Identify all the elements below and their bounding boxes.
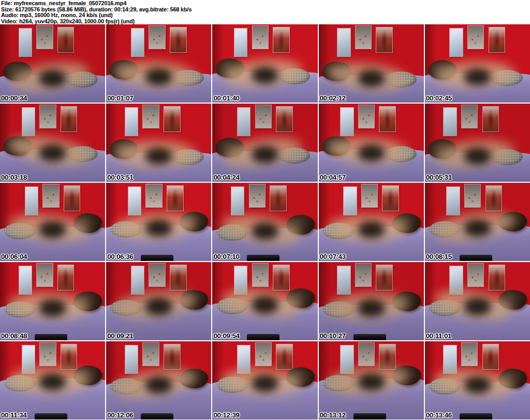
wall-picture-left [131, 266, 144, 294]
wall-picture-middle [356, 26, 371, 49]
wall-picture-right [164, 344, 180, 369]
wall-picture-right [379, 344, 395, 369]
abstract-dark-blob [39, 70, 66, 87]
wall-picture-right [486, 186, 502, 211]
abstract-dark-blob [252, 375, 279, 392]
timestamp-overlay: 00:01:40 [213, 94, 239, 102]
file-info-line: File: myfreecams_nestyr_female_05072016.… [1, 1, 530, 7]
video-thumbnail: 00:06:04 [0, 183, 105, 261]
video-thumbnail: 00:07:43 [319, 183, 424, 261]
wall-picture-middle [37, 264, 52, 286]
wall-picture-middle [253, 264, 268, 286]
wall-picture-left [337, 28, 350, 56]
abstract-dark-blob [358, 144, 385, 162]
wall-picture-right [382, 186, 398, 211]
wall-picture-middle [362, 184, 377, 207]
video-thumbnail: 00:07:10 [212, 183, 317, 261]
video-thumbnail: 00:12:06 [106, 341, 211, 419]
keyboard-shape [141, 255, 173, 261]
wall-picture-middle [37, 26, 52, 49]
abstract-dark-blob [145, 376, 172, 394]
wall-picture-right [167, 186, 183, 211]
video-thumbnail: 00:02:12 [319, 24, 424, 103]
timestamp-overlay: 00:09:54 [213, 332, 239, 340]
wall-picture-right [270, 186, 286, 211]
metadata-header: File: myfreecams_nestyr_female_05072016.… [0, 0, 530, 24]
keyboard-shape [35, 334, 67, 340]
abstract-dark-blob [464, 376, 491, 394]
wall-picture-middle [359, 343, 374, 366]
timestamp-overlay: 00:08:48 [1, 332, 27, 340]
wall-picture-left [131, 28, 144, 56]
abstract-dark-blob [358, 221, 385, 238]
wall-picture-left [25, 187, 38, 215]
wall-picture-left [125, 108, 138, 136]
timestamp-overlay: 00:08:15 [426, 253, 452, 260]
timestamp-overlay: 00:10:27 [320, 332, 346, 340]
video-thumbnail: 00:04:57 [319, 104, 424, 182]
timestamp-overlay: 00:11:34 [1, 411, 26, 419]
video-thumbnail: 00:02:45 [425, 24, 530, 103]
abstract-dark-blob [145, 148, 172, 165]
keyboard-shape [247, 334, 279, 340]
abstract-dark-blob [252, 146, 279, 163]
wall-picture-left [22, 108, 35, 136]
wall-picture-left [238, 108, 250, 136]
timestamp-overlay: 00:04:57 [320, 173, 346, 181]
abstract-dark-blob [39, 373, 66, 390]
abstract-dark-blob [464, 220, 491, 237]
wall-picture-right [483, 107, 498, 132]
wall-picture-right [276, 344, 292, 369]
wall-picture-middle [149, 26, 165, 49]
wall-picture-middle [462, 105, 477, 128]
abstract-dark-blob [252, 296, 279, 313]
wall-picture-right [170, 265, 186, 290]
keyboard-shape [460, 413, 492, 419]
timestamp-overlay: 00:04:24 [213, 173, 239, 181]
abstract-dark-blob [39, 144, 66, 162]
timestamp-overlay: 00:03:18 [1, 173, 27, 181]
abstract-dark-blob [464, 68, 491, 85]
timestamp-overlay: 00:00:34 [1, 94, 27, 102]
wall-picture-middle [462, 343, 477, 366]
timestamp-overlay: 00:12:06 [107, 411, 133, 419]
video-thumbnail: 00:11:01 [425, 262, 530, 340]
timestamp-overlay: 00:11:01 [426, 332, 451, 340]
wall-picture-left [341, 345, 353, 373]
wall-picture-middle [143, 105, 158, 128]
video-thumbnail: 00:13:46 [425, 341, 530, 419]
video-thumbnail: 00:06:36 [106, 183, 211, 261]
video-thumbnail: 00:03:18 [0, 104, 105, 182]
timestamp-overlay: 00:02:45 [426, 94, 452, 102]
wall-picture-middle [468, 264, 483, 286]
wall-picture-right [273, 265, 289, 290]
keyboard-shape [354, 413, 386, 419]
keyboard-shape [35, 413, 67, 419]
contact-sheet: File: myfreecams_nestyr_female_05072016.… [0, 0, 530, 420]
keyboard-shape [141, 413, 173, 419]
wall-picture-right [164, 107, 180, 132]
video-thumbnail: 00:13:12 [319, 341, 424, 419]
abstract-dark-blob [358, 373, 385, 390]
abstract-dark-blob [358, 70, 385, 87]
timestamp-overlay: 00:07:43 [320, 253, 346, 260]
thumbnail-grid: 00:00:34 00:01:07 00:01:40 00 [0, 24, 530, 419]
abstract-dark-blob [464, 298, 491, 315]
video-thumbnail: 00:03:51 [106, 104, 211, 182]
wall-picture-left [344, 187, 356, 215]
wall-picture-right [376, 27, 392, 52]
timestamp-overlay: 00:13:46 [426, 411, 452, 419]
abstract-dark-blob [145, 220, 172, 237]
video-thumbnail: 00:09:21 [106, 262, 211, 340]
keyboard-shape [247, 255, 279, 261]
timestamp-overlay: 00:01:07 [107, 94, 133, 102]
wall-picture-right [58, 27, 73, 52]
video-thumbnail: 00:01:40 [212, 24, 317, 103]
wall-picture-left [450, 28, 462, 56]
abstract-dark-blob [464, 148, 491, 165]
wall-picture-left [444, 108, 456, 136]
wall-picture-middle [253, 26, 268, 49]
timestamp-overlay: 00:07:10 [213, 253, 239, 260]
wall-picture-right [64, 186, 80, 211]
wall-picture-left [231, 187, 244, 215]
